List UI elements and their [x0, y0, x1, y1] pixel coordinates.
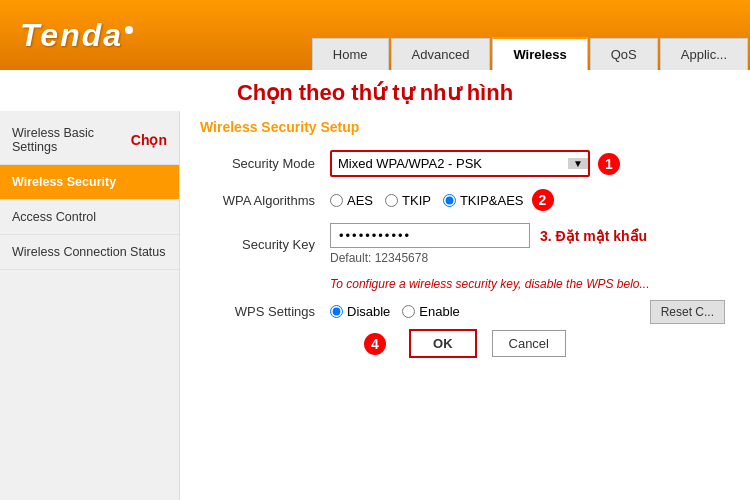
wps-enable[interactable]: Enable — [402, 304, 459, 319]
sidebar-item-wireless-security[interactable]: Wireless Security — [0, 165, 179, 200]
tab-wireless[interactable]: Wireless — [492, 37, 587, 70]
sidebar-item-connection-status[interactable]: Wireless Connection Status — [0, 235, 179, 270]
sidebar-item-access-control[interactable]: Access Control — [0, 200, 179, 235]
radio-tkip[interactable]: TKIP — [385, 193, 431, 208]
sidebar: Wireless Basic Settings Chọn Wireless Se… — [0, 111, 180, 500]
step1-badge: 1 — [598, 153, 620, 175]
step4-badge: 4 — [364, 333, 386, 355]
cancel-button[interactable]: Cancel — [492, 330, 566, 357]
logo: Tenda — [20, 17, 133, 54]
nav-bar: Home Advanced Wireless QoS Applic... — [312, 37, 750, 70]
security-mode-control: None WPA-PSK WPA2-PSK Mixed WPA/WPA2 - P… — [330, 150, 730, 177]
wpa-algorithms-control: AES TKIP TKIP&AES 2 — [330, 189, 730, 211]
reset-button[interactable]: Reset C... — [650, 300, 725, 324]
button-row: 4 OK Cancel — [200, 329, 730, 368]
wps-enable-input[interactable] — [402, 305, 415, 318]
wpa-algorithms-label: WPA Algorithms — [200, 193, 330, 208]
wps-settings-row: WPS Settings Disable Enable Reset C... — [200, 304, 730, 319]
wps-disable[interactable]: Disable — [330, 304, 390, 319]
wps-settings-label: WPS Settings — [200, 304, 330, 319]
default-key-text: Default: 12345678 — [330, 251, 730, 265]
security-mode-select-wrapper[interactable]: None WPA-PSK WPA2-PSK Mixed WPA/WPA2 - P… — [330, 150, 590, 177]
security-key-row: Security Key 3. Đặt mật khẩu Default: 12… — [200, 223, 730, 265]
radio-tkip-aes-input[interactable] — [443, 194, 456, 207]
wps-info-row: To configure a wireless security key, di… — [200, 277, 730, 299]
wpa-algorithms-radio-group: AES TKIP TKIP&AES — [330, 193, 524, 208]
tab-applic[interactable]: Applic... — [660, 38, 748, 70]
ok-button[interactable]: OK — [409, 329, 477, 358]
section-title: Wireless Security Setup — [200, 111, 730, 135]
header: Tenda Home Advanced Wireless QoS Applic.… — [0, 0, 750, 70]
security-key-input[interactable] — [330, 223, 530, 248]
security-mode-select[interactable]: None WPA-PSK WPA2-PSK Mixed WPA/WPA2 - P… — [332, 152, 568, 175]
step3-annotation: 3. Đặt mật khẩu — [540, 228, 647, 244]
chon-label: Chọn — [131, 132, 167, 148]
page-title: Chọn theo thứ tự như hình — [0, 70, 750, 111]
wps-info-text: To configure a wireless security key, di… — [330, 277, 730, 291]
radio-tkip-input[interactable] — [385, 194, 398, 207]
security-key-control: 3. Đặt mật khẩu Default: 12345678 — [330, 223, 730, 265]
step2-badge: 2 — [532, 189, 554, 211]
tab-home[interactable]: Home — [312, 38, 389, 70]
wpa-algorithms-row: WPA Algorithms AES TKIP TKIP&AES — [200, 189, 730, 211]
security-mode-label: Security Mode — [200, 156, 330, 171]
sidebar-item-wireless-basic[interactable]: Wireless Basic Settings Chọn — [0, 116, 179, 165]
tab-advanced[interactable]: Advanced — [391, 38, 491, 70]
tab-qos[interactable]: QoS — [590, 38, 658, 70]
radio-aes[interactable]: AES — [330, 193, 373, 208]
security-mode-row: Security Mode None WPA-PSK WPA2-PSK Mixe… — [200, 150, 730, 177]
radio-tkip-aes[interactable]: TKIP&AES — [443, 193, 524, 208]
security-key-label: Security Key — [200, 237, 330, 252]
radio-aes-input[interactable] — [330, 194, 343, 207]
wps-disable-input[interactable] — [330, 305, 343, 318]
wps-settings-control: Disable Enable Reset C... — [330, 304, 730, 319]
main-layout: Wireless Basic Settings Chọn Wireless Se… — [0, 111, 750, 500]
logo-dot — [125, 26, 133, 34]
content-area: Wireless Security Setup Security Mode No… — [180, 111, 750, 500]
dropdown-arrow-icon: ▼ — [568, 158, 588, 169]
